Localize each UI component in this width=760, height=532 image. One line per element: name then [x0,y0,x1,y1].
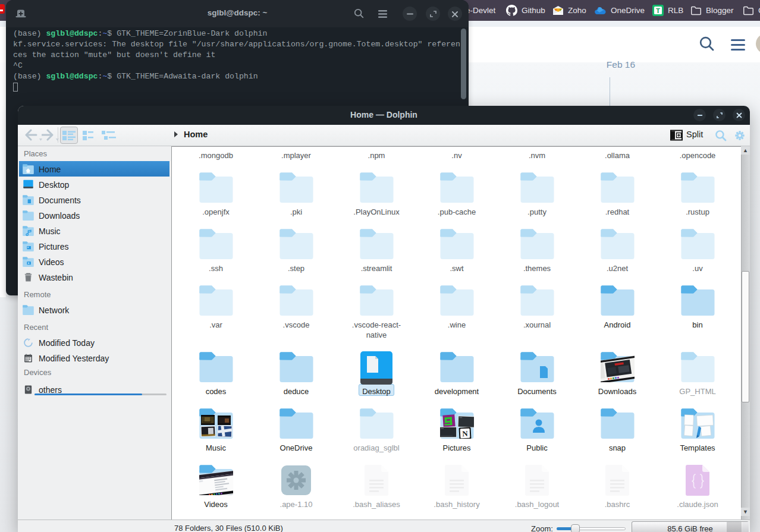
svg-text:T: T [656,7,660,14]
svg-text:N: N [462,429,469,439]
